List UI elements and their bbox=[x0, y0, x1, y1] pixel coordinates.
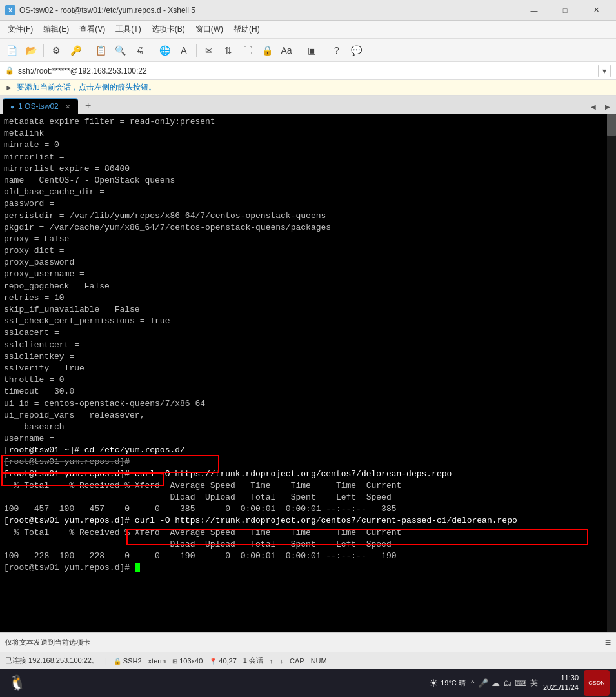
address-dropdown[interactable]: ▾ bbox=[598, 65, 611, 77]
terminal-line: [root@tsw01 ~]# cd /etc/yum.repos.d/ bbox=[4, 445, 606, 456]
taskbar-penguin[interactable]: 🐧 bbox=[3, 670, 31, 696]
toolbar-help[interactable]: ? bbox=[328, 41, 346, 59]
terminal-line: metalink = bbox=[4, 128, 606, 139]
toolbar-fullscreen[interactable]: ⛶ bbox=[239, 41, 257, 59]
toolbar-open[interactable]: 📂 bbox=[22, 41, 40, 59]
terminal-line: Dload Upload Total Spent Left Speed bbox=[4, 492, 606, 503]
status-position: 📍 40,27 bbox=[209, 657, 237, 665]
status-encoding: xterm bbox=[148, 657, 166, 665]
toolbar-print[interactable]: 🖨 bbox=[130, 41, 148, 59]
bottom-menu-icon[interactable]: ≡ bbox=[605, 637, 611, 649]
toolbar: 📄 📂 ⚙ 🔑 📋 🔍 🖨 🌐 A ✉ ⇅ ⛶ 🔒 Aa ▣ ? 💬 bbox=[0, 39, 616, 62]
close-button[interactable]: ✕ bbox=[581, 0, 611, 21]
terminal-line: [root@tsw01 yum.repos.d]# curl -O https:… bbox=[4, 469, 606, 480]
tray-cloud[interactable]: ☁ bbox=[492, 678, 500, 688]
terminal-line: % Total % Received % Xferd Average Speed… bbox=[4, 527, 606, 539]
tab-navigation: ◀ ▶ bbox=[588, 101, 613, 114]
status-sessions: 1 会话 bbox=[243, 656, 263, 665]
tab-os-tsw02[interactable]: ● 1 OS-tsw02 ✕ bbox=[3, 98, 78, 114]
terminal-line: [root@tsw01 yum.repos.d]# curl -O https:… bbox=[4, 515, 606, 527]
terminal[interactable]: metadata_expire_filter = read-only:prese… bbox=[0, 114, 616, 632]
menu-edit[interactable]: 编辑(E) bbox=[38, 21, 74, 37]
terminal-line: proxy_username = bbox=[4, 268, 606, 280]
toolbar-sep4 bbox=[196, 44, 197, 57]
toolbar-search[interactable]: 🔍 bbox=[111, 41, 129, 59]
terminal-line: [root@tsw01 yum.repos.d]# bbox=[4, 456, 606, 468]
tab-bar: ● 1 OS-tsw02 ✕ + ◀ ▶ bbox=[0, 96, 616, 114]
app-icon: X bbox=[5, 5, 15, 15]
toolbar-copy[interactable]: 📋 bbox=[92, 41, 110, 59]
status-protocol: 🔒 SSH2 bbox=[114, 657, 142, 665]
terminal-line: sslclientkey = bbox=[4, 351, 606, 363]
terminal-line: old_base_cache_dir = bbox=[4, 187, 606, 198]
terminal-cursor bbox=[135, 563, 140, 572]
tab-nav-next[interactable]: ▶ bbox=[602, 101, 613, 112]
tray-keyboard[interactable]: ⌨ bbox=[515, 678, 527, 688]
menu-bar: 文件(F) 编辑(E) 查看(V) 工具(T) 选项卡(B) 窗口(W) 帮助(… bbox=[0, 21, 616, 39]
taskbar-date: 2021/11/24 bbox=[543, 683, 579, 692]
terminal-line: sslverify = True bbox=[4, 363, 606, 374]
toolbar-key[interactable]: 🔑 bbox=[66, 41, 84, 59]
status-size: ⊞ 103x40 bbox=[172, 657, 203, 665]
toolbar-sep1 bbox=[43, 44, 44, 57]
menu-help[interactable]: 帮助(H) bbox=[228, 21, 265, 37]
terminal-line: proxy_password = bbox=[4, 257, 606, 268]
window-controls: — □ ✕ bbox=[519, 0, 611, 21]
tray-up-arrow[interactable]: ^ bbox=[471, 678, 475, 688]
toolbar-settings[interactable]: ⚙ bbox=[47, 41, 65, 59]
terminal-line: mirrorlist = bbox=[4, 152, 606, 163]
address-bar: 🔒 ssh://root:******@192.168.253.100:22 ▾ bbox=[0, 62, 616, 80]
maximize-button[interactable]: □ bbox=[550, 0, 580, 21]
toolbar-compose[interactable]: ✉ bbox=[200, 41, 218, 59]
menu-tabs[interactable]: 选项卡(B) bbox=[146, 21, 190, 37]
terminal-line: ssl_check_cert_permissions = True bbox=[4, 316, 606, 327]
status-num: NUM bbox=[311, 657, 327, 665]
terminal-line: name = CentOS-7 - OpenStack queens bbox=[4, 175, 606, 187]
toolbar-box[interactable]: ▣ bbox=[303, 41, 321, 59]
menu-window[interactable]: 窗口(W) bbox=[190, 21, 228, 37]
terminal-line: % Total % Received % Xferd Average Speed… bbox=[4, 480, 606, 492]
menu-file[interactable]: 文件(F) bbox=[3, 21, 38, 37]
minimize-button[interactable]: — bbox=[519, 0, 549, 21]
menu-tools[interactable]: 工具(T) bbox=[110, 21, 146, 37]
taskbar-time: 11:30 bbox=[543, 673, 579, 683]
app: X OS-tsw02 - root@tsw01:/etc/yum.repos.d… bbox=[0, 0, 616, 697]
tray-input-method[interactable]: 英 bbox=[530, 678, 538, 689]
tray-mic[interactable]: 🎤 bbox=[478, 678, 488, 688]
arrow-icon: ► bbox=[5, 83, 13, 92]
terminal-line: proxy_dict = bbox=[4, 245, 606, 257]
status-up[interactable]: ↑ bbox=[270, 657, 273, 665]
toolbar-encode[interactable]: Aa bbox=[277, 41, 295, 59]
terminal-line: username = bbox=[4, 433, 606, 445]
terminal-line: 100 457 100 457 0 0 385 0 0:00:01 0:00:0… bbox=[4, 503, 606, 515]
toolbar-transfer[interactable]: ⇅ bbox=[219, 41, 237, 59]
scroll-thumb[interactable] bbox=[607, 114, 616, 136]
info-bar: ► 要添加当前会话，点击左侧的箭头按钮。 bbox=[0, 80, 616, 96]
toolbar-sep2 bbox=[88, 44, 88, 57]
terminal-wrapper[interactable]: metadata_expire_filter = read-only:prese… bbox=[0, 114, 616, 632]
status-down[interactable]: ↓ bbox=[280, 657, 284, 665]
tab-close-button[interactable]: ✕ bbox=[65, 103, 70, 110]
toolbar-chat[interactable]: 💬 bbox=[347, 41, 365, 59]
status-caps: CAP bbox=[290, 657, 304, 665]
tab-nav-prev[interactable]: ◀ bbox=[588, 101, 599, 112]
info-text: 要添加当前会话，点击左侧的箭头按钮。 bbox=[17, 82, 156, 93]
tab-indicator: ● bbox=[10, 103, 14, 110]
toolbar-globe[interactable]: 🌐 bbox=[155, 41, 174, 59]
terminal-line: 100 228 100 228 0 0 190 0 0:00:01 0:00:0… bbox=[4, 551, 606, 562]
terminal-line: pkgdir = /var/cache/yum/x86_64/7/centos-… bbox=[4, 222, 606, 234]
terminal-line: skip_if_unavailable = False bbox=[4, 304, 606, 316]
menu-view[interactable]: 查看(V) bbox=[74, 21, 110, 37]
terminal-line: ui_repoid_vars = releasever, bbox=[4, 410, 606, 421]
terminal-line: repo_gpgcheck = False bbox=[4, 281, 606, 292]
scrollbar[interactable] bbox=[607, 114, 616, 632]
toolbar-lock[interactable]: 🔒 bbox=[258, 41, 276, 59]
tray-folder[interactable]: 🗂 bbox=[503, 678, 512, 688]
toolbar-new[interactable]: 📄 bbox=[3, 41, 21, 59]
terminal-line: throttle = 0 bbox=[4, 374, 606, 386]
tab-add-button[interactable]: + bbox=[81, 98, 96, 114]
toolbar-font[interactable]: A bbox=[175, 41, 193, 59]
taskbar-right: ☀ 19°C 晴 ^ 🎤 ☁ 🗂 ⌨ 英 11:30 2021/11/24 CS… bbox=[429, 670, 613, 696]
terminal-line: Dload Upload Total Spent Left Speed bbox=[4, 539, 606, 551]
tray-icons: ^ 🎤 ☁ 🗂 ⌨ 英 bbox=[471, 678, 538, 689]
